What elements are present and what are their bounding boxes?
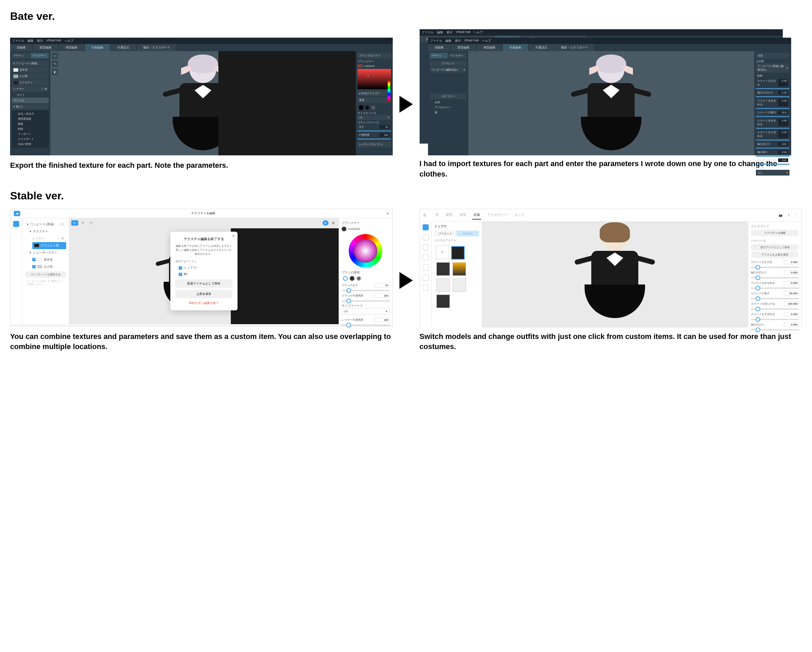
menu-help[interactable]: ヘルプ: [64, 39, 73, 43]
cat-bottoms-icon[interactable]: [423, 245, 429, 251]
hdr-rgb[interactable]: ▸ RGBスライダー: [357, 90, 391, 96]
back-button[interactable]: ◀: [14, 211, 20, 216]
add-item-button[interactable]: +: [436, 245, 449, 259]
modal-close-icon[interactable]: ✕: [232, 234, 235, 238]
item-shader[interactable]: ▾ シェーダーカラー: [25, 249, 66, 256]
item-guide[interactable]: ガイド: [12, 92, 49, 98]
nav-hair[interactable]: 髪型: [445, 211, 453, 220]
sl-skirtloose[interactable]: [756, 128, 789, 129]
btn-overwrite[interactable]: 上書き保存: [176, 290, 232, 298]
item-default-img[interactable]: デフォルト画: [32, 242, 66, 249]
tab-common[interactable]: 共通設定: [528, 44, 554, 51]
nav-accessory[interactable]: アクセサリー: [486, 211, 508, 220]
dd-onepiece[interactable]: ワンピース (編集済み)▾: [430, 67, 467, 73]
tab-hair[interactable]: 髪型編集: [33, 44, 59, 51]
viewport-3d[interactable]: [468, 51, 754, 155]
tab-outfit[interactable]: 衣装編集: [502, 44, 528, 51]
tool-eraser-icon[interactable]: ◧: [52, 69, 58, 75]
tool-brush-icon[interactable]: ✎: [52, 61, 58, 67]
cat-neck-icon[interactable]: [423, 285, 429, 291]
cat-onepiece-icon[interactable]: [423, 234, 429, 240]
sl-skirtlen[interactable]: [756, 116, 789, 117]
sl-sleevesp[interactable]: [756, 148, 789, 148]
item-default[interactable]: デフォル: [12, 98, 49, 103]
i-sspread[interactable]: [784, 260, 799, 264]
inp-bsize[interactable]: [375, 283, 390, 288]
btn-overwrite-item[interactable]: アイテムを上書き保存: [751, 251, 799, 258]
modal-chk-shoes[interactable]: 靴*: [176, 271, 232, 277]
s-slen[interactable]: [751, 298, 799, 299]
subtab-texture[interactable]: テクスチャ: [449, 53, 467, 58]
viewport[interactable]: ▭ ✎ ⬡ ● ⊞ ✕ テク: [69, 218, 339, 324]
inp-bopacity[interactable]: [375, 294, 390, 298]
btn-save-as[interactable]: 別のアイテムとして保存: [751, 244, 799, 251]
menu-icon[interactable]: ☰: [423, 214, 426, 217]
menu-vroidhub[interactable]: VRoid Hub: [46, 39, 61, 43]
v-sleevewr[interactable]: 0.00: [778, 150, 788, 154]
tool-other-icon[interactable]: ⬡: [88, 220, 95, 226]
cat-shoes[interactable]: 靴: [430, 110, 467, 115]
brush-shapes[interactable]: [342, 275, 390, 282]
cat-accessory[interactable]: アクセサリー: [430, 105, 467, 110]
tool-select-icon[interactable]: ▭: [52, 53, 58, 59]
cat-shoes-icon[interactable]: [423, 265, 429, 271]
ctx-rename[interactable]: 名前の変更: [13, 142, 48, 147]
color-wheel[interactable]: [349, 234, 382, 268]
dd-lower[interactable]: なし▾: [756, 170, 789, 176]
cat-outfit-icon[interactable]: [13, 221, 19, 227]
item-shoes[interactable]: ▾靴 (ワ: [12, 104, 49, 110]
v-shoulder[interactable]: 100.: [778, 158, 788, 162]
brush-shapes[interactable]: [357, 104, 391, 111]
ctx-duplicate[interactable]: 複製: [13, 121, 48, 126]
s-waist[interactable]: [751, 288, 799, 289]
viewport-3d[interactable]: ▭ ✎ ◧: [50, 51, 356, 155]
sl-waist[interactable]: [756, 108, 789, 109]
close-icon[interactable]: ✕: [386, 212, 389, 215]
subtab-texture[interactable]: テクスチャ: [31, 53, 49, 58]
i-sswing[interactable]: [784, 302, 799, 306]
tab-face[interactable]: 顔編集: [10, 44, 33, 51]
menu-file[interactable]: ファイル: [12, 39, 24, 43]
item-texture[interactable]: ▾ テクスチャ: [25, 228, 66, 235]
i-waist[interactable]: [784, 281, 799, 285]
tab-export[interactable]: 撮影・エクスポート: [136, 44, 177, 51]
slider-bopacity[interactable]: [342, 300, 390, 302]
inp-lopacity[interactable]: [375, 318, 390, 322]
slider-bsize[interactable]: [342, 290, 390, 291]
item-shade[interactable]: かげ色: [25, 263, 66, 270]
tab-custom[interactable]: カスタム: [456, 231, 479, 236]
dd-uv[interactable]: UV▾: [342, 308, 390, 315]
tab-body[interactable]: 体型編集: [59, 44, 85, 51]
ctx-delete[interactable]: 削除: [13, 126, 48, 132]
menubar[interactable]: ファイル 編集 表示 VRoid Hub ヘルプ: [10, 38, 393, 44]
subtab-design[interactable]: デザイン: [430, 53, 448, 58]
nav-body[interactable]: 体型: [459, 211, 467, 220]
item-layer[interactable]: レイヤー↑↓ ⊞: [12, 86, 49, 92]
slider-thickness[interactable]: [357, 130, 391, 132]
v-skirtloose[interactable]: 0.00: [778, 119, 788, 126]
ctx-showhide[interactable]: 表示／非表示: [13, 111, 48, 116]
tool-select[interactable]: ▭: [71, 220, 78, 226]
cat-clothes[interactable]: 衣装: [430, 100, 467, 105]
btn-edit-texture[interactable]: テクスチャを編集: [751, 230, 799, 236]
view-3d-toggle[interactable]: ●: [322, 220, 328, 226]
item-thumb[interactable]: [437, 295, 450, 308]
btn-template[interactable]: テンプレートを選択する: [25, 271, 66, 278]
v-skirtlen[interactable]: 50.0: [778, 111, 788, 114]
v-waist[interactable]: 0.00: [778, 99, 788, 106]
v-skirtspread[interactable]: 0.00: [778, 79, 788, 86]
slider-lopacity[interactable]: [342, 324, 390, 326]
sl-shoulder[interactable]: [756, 164, 789, 165]
tab-common[interactable]: 共通設定: [110, 44, 136, 51]
sl-cuff[interactable]: [756, 96, 789, 97]
s-sswing[interactable]: [751, 308, 799, 310]
cat-legwear-icon[interactable]: [423, 254, 429, 260]
color-picker[interactable]: +: [357, 69, 391, 89]
cat-inner-icon[interactable]: [423, 275, 429, 281]
v-cuff[interactable]: 0.00: [778, 91, 788, 95]
i-snar[interactable]: [784, 312, 799, 317]
item-thumb-selected[interactable]: [451, 246, 465, 260]
v-skirtnar[interactable]: 0.00: [778, 130, 788, 138]
slider-opacity[interactable]: [357, 139, 391, 139]
more-icon[interactable]: ⋮: [795, 214, 798, 217]
